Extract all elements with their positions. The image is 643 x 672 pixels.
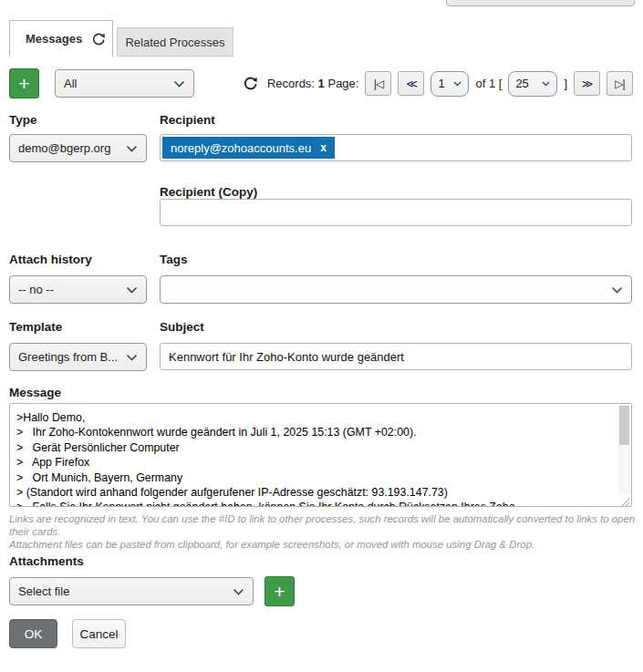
recipient-chip-value: noreply@zohoaccounts.eu — [171, 141, 311, 155]
chevron-down-icon — [173, 80, 185, 88]
refresh-icon[interactable] — [243, 76, 258, 91]
filter-select[interactable]: All — [55, 69, 194, 98]
message-scrollbar[interactable] — [618, 405, 630, 505]
type-label: Type — [9, 113, 37, 127]
attach-history-label: Attach history — [9, 253, 92, 266]
chevron-down-icon — [126, 354, 138, 361]
top-partial-select[interactable] — [446, 0, 635, 6]
first-page-icon: |◁ — [374, 78, 383, 90]
help-text-line1: Links are recognized in text. You can us… — [9, 512, 640, 538]
ok-button-label: OK — [25, 627, 43, 641]
page-label: Page: — [327, 77, 358, 90]
chevron-down-icon — [542, 81, 550, 87]
message-textarea[interactable]: >Hallo Demo, > Ihr Zoho-Kontokennwort wu… — [9, 403, 632, 507]
ok-button[interactable]: OK — [9, 619, 57, 648]
add-attachment-button[interactable]: + — [264, 576, 295, 606]
chip-remove-icon[interactable]: x — [320, 141, 327, 154]
type-value: demo@bgerp.org — [18, 141, 110, 155]
help-text: Links are recognized in text. You can us… — [9, 512, 640, 551]
chevron-down-icon — [611, 286, 623, 294]
next-page-icon: ≫ — [582, 78, 593, 90]
subject-label: Subject — [160, 320, 204, 334]
first-page-button[interactable]: |◁ — [365, 71, 391, 96]
attachment-file-value: Select file — [18, 584, 69, 598]
page-of-label: of 1 [ — [475, 77, 502, 90]
page-number-select[interactable]: 1 — [430, 71, 469, 97]
tags-label: Tags — [160, 253, 188, 266]
attach-history-select[interactable]: -- no -- — [9, 275, 147, 304]
tags-select[interactable] — [160, 275, 632, 304]
cancel-button[interactable]: Cancel — [72, 619, 126, 648]
message-label: Message — [9, 386, 61, 399]
records-label: Records: — [267, 77, 315, 90]
tab-messages[interactable]: Messages — [9, 20, 113, 57]
records-count: 1 — [318, 77, 325, 90]
template-value: Greetings from B... — [18, 350, 118, 364]
pagination-bar: Records: 1 Page: |◁ ≪ 1 of 1 [ 25 ] ≫ — [243, 69, 633, 98]
chevron-down-icon — [233, 588, 244, 595]
last-page-icon: ▷| — [615, 78, 624, 90]
page-size-value: 25 — [515, 77, 528, 90]
tab-related-label: Related Processes — [125, 36, 224, 49]
recipient-label: Recipient — [160, 113, 215, 127]
message-form-page: Messages Related Processes + All Records… — [0, 0, 643, 672]
next-page-button[interactable]: ≫ — [574, 71, 600, 96]
recipient-copy-input[interactable] — [160, 199, 632, 226]
attach-history-value: -- no -- — [18, 283, 54, 296]
prev-page-icon: ≪ — [406, 78, 417, 90]
records-summary: Records: 1 Page: — [267, 77, 359, 90]
recipient-chip: noreply@zohoaccounts.eu x — [162, 137, 335, 159]
resize-grip-icon[interactable] — [619, 494, 630, 505]
chevron-down-icon — [453, 81, 462, 87]
cancel-button-label: Cancel — [79, 627, 118, 641]
chevron-down-icon — [126, 286, 138, 294]
message-text: >Hallo Demo, > Ihr Zoho-Kontokennwort wu… — [10, 404, 617, 506]
prev-page-button[interactable]: ≪ — [398, 71, 424, 96]
attachment-file-select[interactable]: Select file — [9, 577, 254, 605]
bracket-close: ] — [564, 77, 567, 90]
template-select[interactable]: Greetings from B... — [9, 343, 147, 371]
help-text-line2: Attachment files can be pasted from clip… — [9, 538, 640, 551]
template-label: Template — [9, 320, 62, 334]
plus-icon: + — [274, 582, 285, 601]
type-select[interactable]: demo@bgerp.org — [9, 134, 147, 162]
tab-related-processes[interactable]: Related Processes — [117, 27, 233, 57]
page-size-select[interactable]: 25 — [508, 71, 557, 97]
subject-value: Kennwort für Ihr Zoho-Konto wurde geände… — [169, 350, 404, 364]
last-page-button[interactable]: ▷| — [607, 71, 633, 96]
recipient-input[interactable]: noreply@zohoaccounts.eu x — [160, 134, 632, 161]
attachments-label: Attachments — [9, 554, 84, 568]
plus-icon: + — [18, 74, 29, 93]
filter-value: All — [64, 77, 77, 90]
scrollbar-thumb[interactable] — [619, 406, 629, 445]
refresh-icon[interactable] — [91, 32, 106, 47]
tab-messages-label: Messages — [26, 32, 82, 46]
page-number-value: 1 — [438, 77, 444, 90]
chevron-down-icon — [126, 145, 138, 152]
recipient-copy-label: Recipient (Copy) — [160, 185, 257, 199]
subject-input[interactable]: Kennwort für Ihr Zoho-Konto wurde geände… — [160, 343, 632, 370]
add-message-button[interactable]: + — [9, 68, 39, 98]
